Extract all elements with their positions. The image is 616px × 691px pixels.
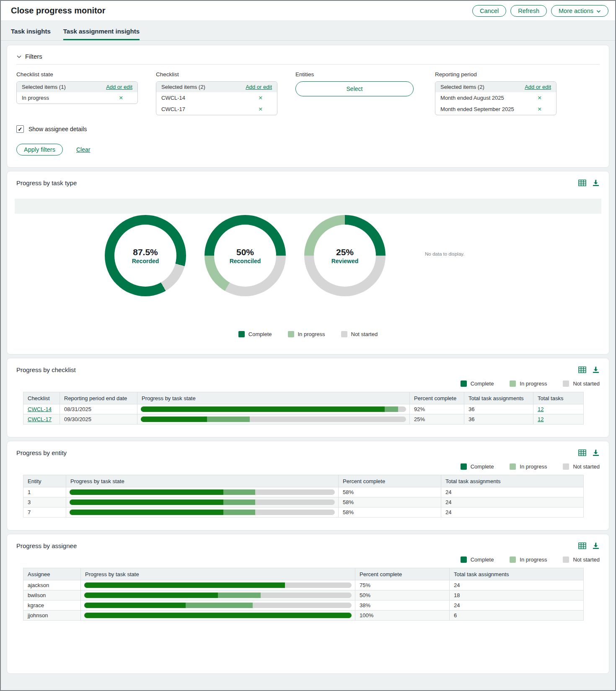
- progress-by-task-type-card: Progress by task type 87.5% Recorded 50%: [7, 171, 609, 355]
- complete-swatch: [461, 380, 467, 387]
- column-header: Assignee: [23, 568, 81, 580]
- divider: [16, 64, 600, 65]
- column-header: Checklist: [23, 392, 60, 404]
- column-header: Total task assignments: [450, 568, 584, 580]
- entities-select-button[interactable]: Select: [295, 81, 414, 96]
- filter-actions: Apply filters Clear: [16, 144, 600, 155]
- remove-item-icon[interactable]: ✕: [259, 95, 272, 101]
- progress-bar: [70, 499, 335, 505]
- filter-chip: Month ended August 2025 ✕: [435, 92, 556, 104]
- table-row: CWCL-14 08/31/2025 92% 36 12: [23, 404, 584, 414]
- section-title: Progress by assignee: [16, 542, 77, 549]
- section-title: Progress by task type: [16, 179, 77, 186]
- chart-legend: Complete In progress Not started: [16, 556, 600, 563]
- add-or-edit-link[interactable]: Add or edit: [106, 84, 132, 90]
- refresh-button[interactable]: Refresh: [510, 5, 547, 17]
- progress-by-entity-card: Progress by entity Complete In progress …: [7, 441, 609, 531]
- column-header: Reporting period end date: [60, 392, 137, 404]
- app-header: Close progress monitor Cancel Refresh Mo…: [1, 1, 615, 21]
- close-progress-monitor-window: Close progress monitor Cancel Refresh Mo…: [0, 0, 616, 691]
- progress-bar: [141, 417, 406, 422]
- table-row: ajackson 75% 24: [23, 580, 584, 590]
- section-title: Progress by checklist: [16, 366, 76, 373]
- checklist-link[interactable]: CWCL-17: [28, 416, 52, 422]
- table-row: jjohnson 100% 6: [23, 611, 584, 621]
- show-assignee-details-row: ✓ Show assignee details: [16, 125, 600, 133]
- column-header: Entity: [23, 475, 66, 487]
- chart-legend: Complete In progress Not started: [16, 380, 600, 387]
- total-tasks-link[interactable]: 12: [538, 416, 544, 422]
- column-header: Percent complete: [410, 392, 464, 404]
- filter-chip: Month ended September 2025 ✕: [435, 104, 556, 115]
- add-or-edit-link[interactable]: Add or edit: [525, 84, 551, 90]
- progress-bar: [84, 582, 352, 588]
- filter-entities: Entities Select: [295, 71, 417, 115]
- chart-toolbar-band: [15, 199, 601, 214]
- filters-header[interactable]: Filters: [16, 53, 600, 60]
- table-row: CWCL-17 09/30/2025 25% 36 12: [23, 414, 584, 424]
- show-assignee-details-checkbox[interactable]: ✓: [16, 125, 24, 133]
- table-row: 7 58% 24: [23, 507, 584, 518]
- header-buttons: Cancel Refresh More actions: [472, 5, 608, 17]
- not-started-swatch: [341, 331, 347, 337]
- table-view-icon[interactable]: [578, 179, 586, 187]
- progress-by-assignee-card: Progress by assignee Complete In progres…: [7, 534, 609, 674]
- checklist-link[interactable]: CWCL-14: [28, 406, 52, 412]
- table-view-icon[interactable]: [578, 366, 586, 374]
- progress-bar: [84, 603, 352, 608]
- progress-bar: [70, 510, 335, 515]
- progress-bar: [141, 406, 406, 412]
- download-icon[interactable]: [592, 179, 600, 187]
- chart-legend: Complete In progress Not started: [16, 331, 600, 337]
- clear-filters-link[interactable]: Clear: [76, 146, 90, 153]
- table-row: 3 58% 24: [23, 497, 584, 507]
- filter-chip: CWCL-14 ✕: [156, 92, 277, 104]
- progress-by-assignee-table: Assignee Progress by task state Percent …: [23, 568, 584, 621]
- remove-item-icon[interactable]: ✕: [119, 95, 132, 101]
- filter-checklist-state: Checklist state Selected items (1) Add o…: [16, 71, 138, 115]
- table-view-icon[interactable]: [578, 449, 586, 457]
- column-header: Progress by task state: [137, 392, 410, 404]
- column-header: Total task assignments: [464, 392, 533, 404]
- in-progress-swatch: [510, 556, 516, 563]
- not-started-swatch: [563, 556, 569, 563]
- not-started-swatch: [563, 380, 569, 387]
- column-header: Percent complete: [339, 475, 441, 487]
- table-row: 1 58% 24: [23, 487, 584, 497]
- section-title: Progress by entity: [16, 449, 67, 456]
- column-header: Total task assignments: [441, 475, 584, 487]
- filter-chip: CWCL-17 ✕: [156, 104, 277, 115]
- selected-items-count: Selected items (2): [440, 84, 484, 90]
- progress-by-checklist-card: Progress by checklist Complete In progre…: [7, 358, 609, 437]
- in-progress-swatch: [510, 380, 516, 387]
- chevron-down-icon: [596, 8, 601, 14]
- progress-bar: [84, 593, 352, 598]
- filters-panel: Filters Checklist state Selected items (…: [7, 45, 609, 168]
- tab-task-insights[interactable]: Task insights: [11, 28, 51, 40]
- filters-title: Filters: [25, 53, 42, 60]
- download-icon[interactable]: [592, 449, 600, 457]
- remove-item-icon[interactable]: ✕: [538, 106, 551, 112]
- download-icon[interactable]: [592, 366, 600, 374]
- apply-filters-button[interactable]: Apply filters: [16, 144, 63, 155]
- table-view-icon[interactable]: [578, 542, 586, 550]
- column-header: Progress by task state: [81, 568, 355, 580]
- total-tasks-link[interactable]: 12: [538, 406, 544, 412]
- filter-reporting-period: Reporting period Selected items (2) Add …: [435, 71, 556, 115]
- progress-by-entity-table: Entity Progress by task state Percent co…: [23, 475, 584, 518]
- remove-item-icon[interactable]: ✕: [259, 106, 272, 112]
- tab-task-assignment-insights[interactable]: Task assignment insights: [63, 28, 140, 40]
- not-started-swatch: [563, 463, 569, 470]
- complete-swatch: [461, 556, 467, 563]
- page-content: Filters Checklist state Selected items (…: [1, 41, 615, 685]
- donut-chart-reviewed: 25% Reviewed: [304, 215, 386, 296]
- filter-row: Checklist state Selected items (1) Add o…: [16, 71, 600, 115]
- remove-item-icon[interactable]: ✕: [538, 95, 551, 101]
- more-actions-button[interactable]: More actions: [551, 5, 608, 17]
- no-data-message: No data to display.: [425, 251, 464, 256]
- download-icon[interactable]: [592, 542, 600, 550]
- cancel-button[interactable]: Cancel: [472, 5, 506, 17]
- filter-checklist: Checklist Selected items (2) Add or edit…: [156, 71, 277, 115]
- add-or-edit-link[interactable]: Add or edit: [246, 84, 272, 90]
- selected-items-count: Selected items (1): [22, 84, 66, 90]
